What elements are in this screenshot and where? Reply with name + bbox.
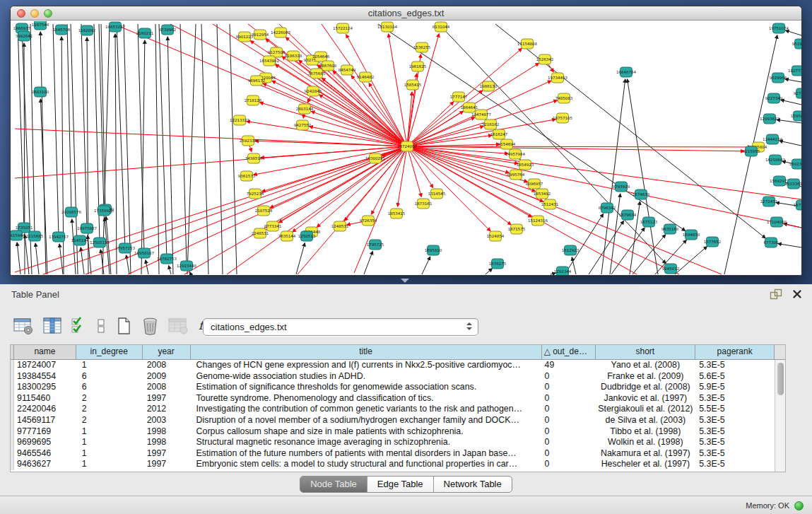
graph-edge[interactable] (407, 146, 801, 228)
cell-in_degree[interactable]: 2 (76, 404, 143, 415)
cell-name[interactable]: 9777169 (14, 426, 76, 438)
graph-node-14957984[interactable]: 14957984 (505, 149, 525, 159)
cell-pagerank[interactable]: 5.9E-5 (695, 382, 775, 393)
new-document-icon[interactable] (114, 316, 133, 336)
graph-node-16958107[interactable]: 16958107 (134, 248, 154, 258)
cell-in_degree[interactable]: 2 (76, 415, 143, 426)
cell-out_de[interactable]: 0 (542, 448, 596, 460)
graph-node-8096957[interactable]: 8096957 (526, 179, 543, 189)
graph-edge[interactable] (189, 272, 191, 274)
graph-node-1961625[interactable]: 1961625 (409, 62, 427, 71)
cell-out_de[interactable]: 0 (542, 459, 596, 470)
graph-node-15722124[interactable]: 15722124 (333, 23, 353, 33)
tab-network-table[interactable]: Network Table (433, 477, 512, 492)
graph-node-1777147[interactable]: 1777147 (450, 92, 468, 102)
cell-out_de[interactable]: 0 (542, 415, 596, 426)
cell-out_de[interactable]: 0 (542, 393, 596, 404)
graph-node-9427552[interactable]: 9427552 (294, 120, 312, 130)
graph-edge[interactable] (611, 228, 645, 274)
graph-node-8739962[interactable]: 8739962 (159, 25, 177, 35)
graph-node-1795725[interactable]: 1795725 (367, 240, 384, 250)
graph-node-9635168[interactable]: 9635168 (661, 224, 679, 234)
cell-out_de[interactable]: 0 (542, 426, 596, 438)
column-header-short[interactable]: short (596, 345, 696, 360)
graph-edge[interactable] (407, 102, 454, 146)
graph-node-18130104[interactable]: 18130104 (377, 22, 397, 32)
cell-in_degree[interactable]: 1 (76, 448, 143, 460)
graph-node-1853492[interactable]: 1853492 (534, 189, 551, 199)
graph-node-1585415[interactable]: 1585415 (404, 80, 422, 90)
graph-edge[interactable] (217, 24, 223, 274)
zoom-window-button[interactable] (44, 9, 52, 18)
graph-edge[interactable] (322, 78, 407, 146)
graph-node-1054646[interactable]: 1054646 (312, 52, 330, 62)
cell-name[interactable]: 14569117 (14, 415, 76, 426)
table-row[interactable]: 946554611997Estimation of the future num… (11, 448, 775, 460)
graph-edge[interactable] (67, 24, 71, 212)
graph-node-10653287[interactable]: 10653287 (105, 22, 125, 32)
show-column-icon[interactable] (42, 316, 63, 336)
graph-node-1845706[interactable]: 1845706 (53, 25, 71, 35)
select-rows-icon[interactable] (71, 316, 88, 336)
cell-pagerank[interactable]: 5.3E-5 (695, 360, 775, 371)
column-header-year[interactable]: year (143, 345, 191, 360)
graph-node-9227349[interactable]: 9227349 (765, 93, 783, 103)
cell-name[interactable]: 22420046 (14, 404, 76, 415)
graph-edge[interactable] (778, 244, 801, 247)
cell-short[interactable]: Yano et al. (2008) (595, 360, 695, 371)
graph-edge[interactable] (495, 24, 765, 238)
cell-pagerank[interactable]: 5.5E-5 (695, 404, 775, 415)
graph-node-1512431[interactable]: 1512431 (541, 199, 559, 209)
cell-name[interactable]: 9465546 (14, 448, 76, 460)
graph-node-1314545[interactable]: 1314545 (428, 189, 446, 199)
cell-year[interactable]: 2012 (143, 404, 191, 415)
graph-node-18757105[interactable]: 18757105 (553, 113, 572, 123)
cell-title[interactable]: Changes of HCN gene expression and I(f) … (191, 360, 542, 371)
cell-pagerank[interactable]: 5.3E-5 (695, 448, 775, 460)
graph-edge[interactable] (180, 24, 187, 266)
graph-node-16782753[interactable]: 16782753 (157, 254, 177, 264)
graph-edge[interactable] (486, 269, 493, 274)
network-graph[interactable]: 1872400789012238912954142260639127508165… (11, 21, 802, 276)
graph-node-1694658[interactable]: 1694658 (683, 230, 700, 240)
graph-node-13942757[interactable]: 13942757 (49, 232, 69, 242)
graph-node-2718126[interactable]: 2718126 (245, 95, 262, 105)
graph-node-9361573[interactable]: 9361573 (238, 171, 256, 181)
graph-node-1602355[interactable]: 1602355 (789, 159, 802, 169)
graph-node-9277034[interactable]: 9277034 (794, 88, 802, 98)
graph-edge[interactable] (201, 24, 208, 274)
row-height-icon[interactable] (95, 316, 107, 336)
graph-node-1526342[interactable]: 1526342 (536, 54, 554, 64)
graph-edge[interactable] (786, 30, 801, 35)
graph-node-1162092[interactable]: 1162092 (78, 25, 96, 35)
cell-title[interactable]: Structural magnetic resonance image aver… (191, 437, 542, 448)
cell-name[interactable]: 18724007 (14, 360, 76, 371)
minimize-window-button[interactable] (30, 9, 39, 18)
graph-node-9245012[interactable]: 9245012 (662, 264, 680, 274)
cell-in_degree[interactable]: 1 (76, 437, 143, 448)
cell-title[interactable]: Disruption of a novel member of a sodium… (191, 415, 542, 426)
graph-edge[interactable] (86, 146, 407, 274)
graph-node-1679634[interactable]: 1679634 (619, 210, 637, 220)
cell-in_degree[interactable]: 6 (76, 382, 143, 393)
graph-edge[interactable] (187, 24, 196, 274)
graph-node-2592338[interactable]: 2592338 (240, 136, 257, 146)
graph-node-2160211[interactable]: 2160211 (136, 28, 154, 38)
graph-edge[interactable] (81, 24, 87, 228)
graph-node-2248531[interactable]: 2248531 (252, 228, 269, 238)
graph-node-11154808[interactable]: 11154808 (517, 39, 537, 49)
graph-edge[interactable] (146, 260, 148, 274)
cell-in_degree[interactable]: 6 (76, 371, 143, 382)
graph-node-8793929[interactable]: 8793929 (613, 182, 630, 192)
close-panel-icon[interactable] (792, 289, 802, 299)
graph-node-1248531[interactable]: 1248531 (331, 221, 349, 231)
graph-node-7635144[interactable]: 7635144 (278, 231, 296, 241)
graph-node-1272451[interactable]: 1272451 (760, 197, 778, 206)
cell-out_de[interactable]: 0 (542, 371, 596, 382)
column-header-out_de[interactable]: △ out_de… (542, 345, 596, 360)
graph-node-15124316[interactable]: 15124316 (528, 216, 548, 226)
cell-year[interactable]: 1997 (143, 448, 191, 460)
graph-edge[interactable] (785, 79, 801, 82)
graph-node-1854923[interactable]: 1854923 (517, 160, 534, 170)
graph-node-8186328[interactable]: 8186328 (285, 51, 302, 61)
